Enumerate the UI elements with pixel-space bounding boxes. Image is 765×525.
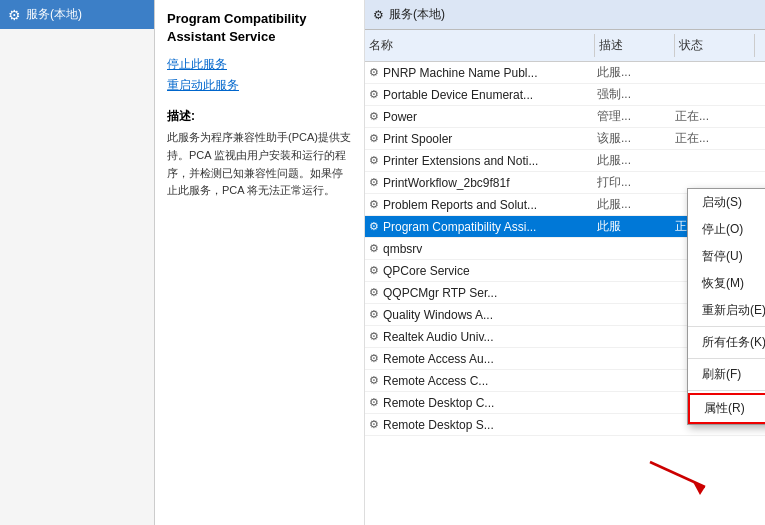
gear-icon: ⚙: [365, 330, 383, 343]
col-header-name: 名称: [365, 34, 595, 57]
table-row[interactable]: ⚙Power管理...正在...: [365, 106, 765, 128]
gear-icon: ⚙: [365, 418, 383, 431]
menu-separator: [688, 390, 765, 391]
desc-label: 描述:: [167, 108, 352, 125]
gear-icon: ⚙: [365, 110, 383, 123]
restart-service-link[interactable]: 重启动此服务: [167, 77, 352, 94]
context-menu-item[interactable]: 恢复(M): [688, 270, 765, 297]
gear-icon: ⚙: [365, 242, 383, 255]
gear-icon: ⚙: [365, 220, 383, 233]
gear-icon: ⚙: [365, 264, 383, 277]
service-desc: 打印...: [593, 174, 671, 191]
menu-item-label: 刷新(F): [702, 366, 741, 383]
panel-header: ⚙ 服务(本地): [365, 0, 765, 30]
sidebar: ⚙ 服务(本地): [0, 0, 155, 525]
service-name: Program Compatibility Assi...: [383, 220, 593, 234]
service-name: Problem Reports and Solut...: [383, 198, 593, 212]
col-header-desc: 描述: [595, 34, 675, 57]
gear-icon: ⚙: [365, 396, 383, 409]
table-row[interactable]: ⚙Print Spooler该服...正在...: [365, 128, 765, 150]
service-name: Power: [383, 110, 593, 124]
gear-icon: ⚙: [365, 154, 383, 167]
menu-item-label: 所有任务(K): [702, 334, 765, 351]
panel-header-icon: ⚙: [373, 8, 384, 22]
service-title: Program Compatibility Assistant Service: [167, 10, 352, 46]
service-name: Realtek Audio Univ...: [383, 330, 593, 344]
description-section: 描述: 此服务为程序兼容性助手(PCA)提供支持。PCA 监视由用户安装和运行的…: [167, 108, 352, 199]
service-name: Portable Device Enumerat...: [383, 88, 593, 102]
services-icon: ⚙: [8, 7, 21, 23]
service-name: QPCore Service: [383, 264, 593, 278]
service-name: PNRP Machine Name Publ...: [383, 66, 593, 80]
menu-item-label: 启动(S): [702, 194, 742, 211]
service-name: PrintWorkflow_2bc9f81f: [383, 176, 593, 190]
service-status: 正在...: [671, 130, 731, 147]
gear-icon: ⚙: [365, 132, 383, 145]
gear-icon: ⚙: [365, 308, 383, 321]
service-name: Remote Desktop S...: [383, 418, 593, 432]
desc-text: 此服务为程序兼容性助手(PCA)提供支持。PCA 监视由用户安装和运行的程序，并…: [167, 129, 352, 199]
gear-icon: ⚙: [365, 374, 383, 387]
context-menu-item[interactable]: 启动(S): [688, 189, 765, 216]
service-desc: 强制...: [593, 86, 671, 103]
gear-icon: ⚙: [365, 286, 383, 299]
service-desc: 此服...: [593, 196, 671, 213]
service-name: Printer Extensions and Noti...: [383, 154, 593, 168]
service-name: Remote Desktop C...: [383, 396, 593, 410]
column-headers: 名称 描述 状态: [365, 30, 765, 62]
menu-item-label: 恢复(M): [702, 275, 744, 292]
context-menu-item[interactable]: 所有任务(K)▶: [688, 329, 765, 356]
table-row[interactable]: ⚙Printer Extensions and Noti...此服...: [365, 150, 765, 172]
sidebar-header: ⚙ 服务(本地): [0, 0, 154, 29]
stop-service-link[interactable]: 停止此服务: [167, 56, 352, 73]
service-desc: 管理...: [593, 108, 671, 125]
menu-item-label: 暂停(U): [702, 248, 743, 265]
menu-item-label: 属性(R): [704, 400, 745, 417]
service-name: Remote Access C...: [383, 374, 593, 388]
service-desc: 此服...: [593, 152, 671, 169]
panel-header-title: 服务(本地): [389, 6, 445, 23]
table-row[interactable]: ⚙PNRP Machine Name Publ...此服...: [365, 62, 765, 84]
gear-icon: ⚙: [365, 176, 383, 189]
service-name: Print Spooler: [383, 132, 593, 146]
context-menu-item[interactable]: 属性(R): [688, 393, 765, 424]
service-status: 正在...: [671, 108, 731, 125]
context-menu-item[interactable]: 重新启动(E): [688, 297, 765, 324]
service-name: QQPCMgr RTP Ser...: [383, 286, 593, 300]
service-list-area: ⚙ 服务(本地) 名称 描述 状态 ⚙PNRP Machine Name Pub…: [365, 0, 765, 525]
service-name: qmbsrv: [383, 242, 593, 256]
gear-icon: ⚙: [365, 66, 383, 79]
menu-separator: [688, 358, 765, 359]
context-menu-item[interactable]: 停止(O): [688, 216, 765, 243]
gear-icon: ⚙: [365, 352, 383, 365]
service-name: Quality Windows A...: [383, 308, 593, 322]
context-menu: 启动(S)停止(O)暂停(U)恢复(M)重新启动(E)所有任务(K)▶刷新(F)…: [687, 188, 765, 425]
service-desc: 此服...: [593, 64, 671, 81]
context-menu-item[interactable]: 暂停(U): [688, 243, 765, 270]
table-row[interactable]: ⚙Portable Device Enumerat...强制...: [365, 84, 765, 106]
gear-icon: ⚙: [365, 198, 383, 211]
detail-panel: Program Compatibility Assistant Service …: [155, 0, 365, 525]
gear-icon: ⚙: [365, 88, 383, 101]
menu-item-label: 重新启动(E): [702, 302, 765, 319]
context-menu-item[interactable]: 刷新(F): [688, 361, 765, 388]
col-header-status: 状态: [675, 34, 755, 57]
menu-item-label: 停止(O): [702, 221, 743, 238]
service-desc: 该服...: [593, 130, 671, 147]
sidebar-title: 服务(本地): [26, 6, 82, 23]
menu-separator: [688, 326, 765, 327]
service-desc: 此服: [593, 218, 671, 235]
service-name: Remote Access Au...: [383, 352, 593, 366]
